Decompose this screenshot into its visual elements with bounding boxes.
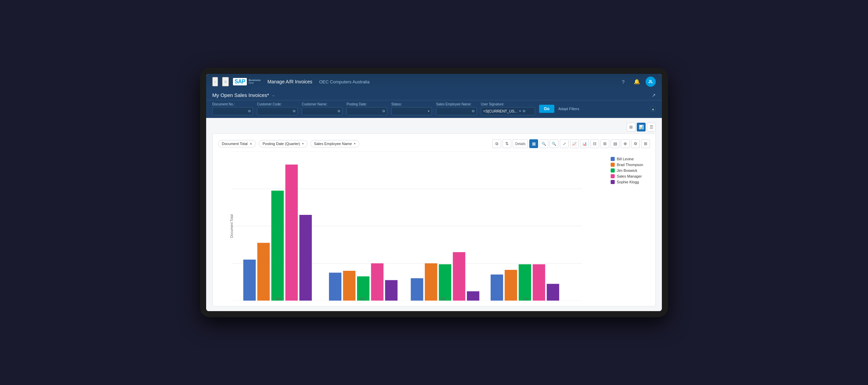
page-title: My Open Sales Invoices* [212, 92, 269, 98]
user-sig-clear-icon[interactable]: ✕ [519, 109, 521, 113]
bar-q1-bill[interactable] [243, 260, 256, 301]
copy-icon-btn[interactable]: ⧉ [492, 139, 501, 148]
back-button[interactable]: ‹ [212, 77, 218, 86]
bar-q4-sm[interactable] [533, 264, 545, 301]
header-icons: ? 🔔 JL [618, 77, 656, 87]
bar-q1-jim[interactable] [271, 191, 284, 301]
header-company: OEC Computers Australia [319, 79, 370, 84]
user-sig-input[interactable]: =S[CURRENT_US... ✕ ⧉ [481, 107, 535, 115]
doc-no-input[interactable]: ⧉ [212, 107, 253, 115]
zoom-in-btn[interactable]: 🔍 [539, 139, 548, 148]
bar-q2-brad[interactable] [343, 271, 356, 301]
bar-q3-sk[interactable] [467, 291, 479, 301]
bar-q3-jim[interactable] [439, 264, 451, 301]
share-icon[interactable]: ↗ [652, 93, 656, 98]
status-select[interactable]: ▾ [391, 107, 432, 115]
posting-date-label: Posting Date: [347, 102, 387, 106]
legend-label-brad: Brad Thompson [617, 163, 643, 167]
app-header: ‹ ≡ SAP Business One Manage A/R Invoices… [206, 74, 662, 89]
posting-date-input[interactable]: ⧉ [347, 107, 387, 115]
bar-q1-sk[interactable] [299, 215, 312, 301]
posting-date-expand-icon[interactable]: ⧉ [382, 109, 385, 113]
cust-name-expand-icon[interactable]: ⧉ [338, 109, 340, 113]
expand-btn[interactable]: ⤢ [560, 139, 569, 148]
chart-container: Document Total ✕ Posting Date (Quarter) … [212, 134, 656, 306]
grid-view-icon[interactable]: ⊞ [627, 123, 635, 131]
sales-emp-input[interactable]: ⧉ [436, 107, 477, 115]
settings-btn[interactable]: ⚙ [631, 139, 640, 148]
chart-legend: Bill Levine Brad Thompson Jim Boswick [611, 157, 643, 184]
toolbar-icons: ⧉ ⇅ Details ▦ 🔍 🔍 ⤢ 📈 📊 ⊟ ⊞ ▤ ⊕ ⚙ [492, 139, 650, 148]
cust-code-expand-icon[interactable]: ⧉ [293, 109, 295, 113]
rows-btn[interactable]: ▤ [611, 139, 619, 148]
doc-no-expand-icon[interactable]: ⧉ [248, 109, 251, 113]
customer-name-input[interactable]: ⧉ [302, 107, 342, 115]
bar-chart-btn[interactable]: ▦ [529, 139, 538, 148]
header-title: Manage A/R Invoices [268, 79, 312, 84]
bell-icon[interactable]: 🔔 [632, 77, 642, 86]
bar-q4-sk[interactable] [547, 284, 559, 301]
bar-chart-alt-btn[interactable]: 📊 [580, 139, 589, 148]
sales-emp-label: Sales Employee Name: [436, 102, 477, 106]
chart-toolbar: Document Total ✕ Posting Date (Quarter) … [218, 139, 650, 148]
columns-btn[interactable]: ⊞ [641, 139, 650, 148]
customer-name-label: Customer Name: [302, 102, 342, 106]
filter-group-docno: Document No.: ⧉ [212, 102, 253, 115]
table-btn[interactable]: ⊟ [590, 139, 599, 148]
bar-q1-sm[interactable] [285, 165, 298, 301]
sap-logo-text: SAP [233, 78, 247, 85]
chip-document-total-remove[interactable]: ✕ [250, 142, 252, 146]
customer-code-label: Customer Code: [257, 102, 298, 106]
filter-group-salesemp: Sales Employee Name: ⧉ [436, 102, 477, 115]
bar-q3-sm[interactable] [453, 252, 466, 301]
menu-button[interactable]: ≡ [222, 77, 229, 86]
list-view-icon[interactable]: ☰ [647, 123, 656, 131]
bar-q4-bill[interactable] [491, 275, 503, 301]
bar-q3-brad[interactable] [425, 263, 437, 301]
filter-group-postdate: Posting Date: ⧉ [347, 102, 387, 115]
bar-q1-brad[interactable] [257, 243, 270, 301]
title-dropdown-icon[interactable]: ⌄ [272, 93, 275, 97]
svg-text:Q1: Q1 [276, 297, 281, 300]
legend-color-sophie [611, 180, 615, 184]
user-sig-copy-icon[interactable]: ⧉ [523, 109, 525, 113]
sales-emp-expand-icon[interactable]: ⧉ [472, 109, 474, 113]
sub-header: My Open Sales Invoices* ⌄ ↗ [206, 89, 662, 100]
status-label: Status: [391, 102, 432, 106]
chip-sales-employee-arrow: ▾ [354, 142, 356, 145]
legend-item-sophie: Sophie Klogg [611, 180, 643, 184]
bar-q3-bill[interactable] [411, 278, 423, 301]
chip-document-total[interactable]: Document Total ✕ [218, 140, 256, 147]
line-chart-btn[interactable]: 📈 [570, 139, 579, 148]
bar-q2-sm[interactable] [371, 263, 383, 301]
chip-document-total-label: Document Total [222, 142, 248, 146]
help-icon[interactable]: ? [618, 77, 628, 86]
chip-sales-employee[interactable]: Sales Employee Name ▾ [310, 140, 359, 147]
zoom-out-btn[interactable]: 🔍 [550, 139, 558, 148]
legend-color-brad [611, 163, 615, 167]
chart-view-icon[interactable]: 📊 [637, 123, 646, 131]
plus-btn[interactable]: ⊕ [621, 139, 630, 148]
svg-text:Q2: Q2 [359, 297, 364, 300]
legend-color-bill [611, 157, 615, 161]
svg-text:Q3: Q3 [440, 297, 446, 300]
legend-label-sophie: Sophie Klogg [617, 180, 639, 184]
bar-q4-brad[interactable] [505, 270, 517, 301]
avatar[interactable]: JL [646, 77, 656, 87]
bar-q2-bill[interactable] [329, 273, 341, 301]
sap-logo-subtitle: Business One [249, 79, 261, 84]
bar-q4-jim[interactable] [519, 264, 531, 301]
grid-btn[interactable]: ⊞ [600, 139, 609, 148]
y-axis-label: Document Total [230, 214, 234, 238]
details-btn[interactable]: Details [513, 139, 528, 148]
legend-item-sales-manager: Sales Manager [611, 174, 643, 178]
customer-code-input[interactable]: ⧉ [257, 107, 298, 115]
collapse-filter-button[interactable]: ▲ [650, 106, 656, 112]
sort-icon-btn[interactable]: ⇅ [502, 139, 511, 148]
device-screen: ‹ ≡ SAP Business One Manage A/R Invoices… [206, 74, 662, 311]
chip-posting-date-label: Posting Date (Quarter) [262, 142, 300, 146]
bar-q2-sk[interactable] [385, 280, 398, 301]
adapt-filters-button[interactable]: Adapt Filters [558, 107, 579, 111]
go-button[interactable]: Go [539, 105, 554, 113]
chip-posting-date[interactable]: Posting Date (Quarter) ▾ [259, 140, 308, 147]
